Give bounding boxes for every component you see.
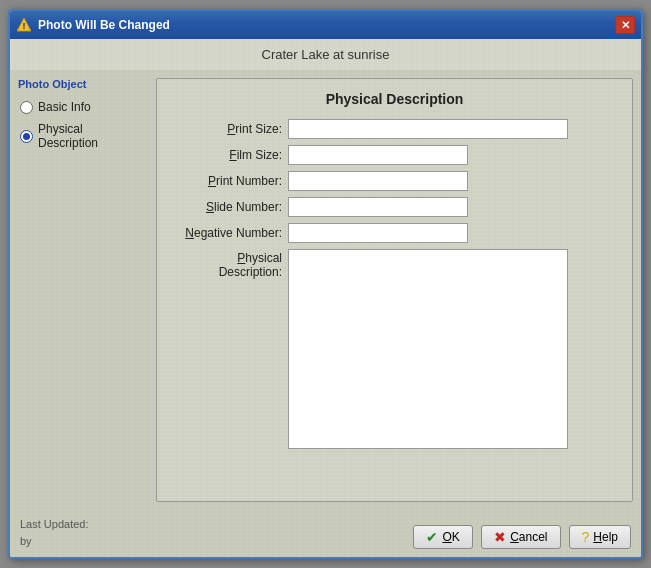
bottom-area: Last Updated: by ✔ OK ✖ Cancel ? Help <box>10 510 641 557</box>
print-size-row: Print Size: <box>173 119 616 139</box>
sidebar-title: Photo Object <box>18 78 148 90</box>
radio-basic-info[interactable] <box>20 101 33 114</box>
cancel-icon: ✖ <box>494 529 506 545</box>
photo-title: Crater Lake at sunrise <box>10 39 641 70</box>
warning-icon: ! <box>16 17 32 33</box>
form-panel-title: Physical Description <box>173 91 616 107</box>
ok-icon: ✔ <box>426 529 438 545</box>
negative-number-label: Negative Number: <box>173 226 288 240</box>
cancel-label: Cancel <box>510 530 547 544</box>
print-number-label: Print Number: <box>173 174 288 188</box>
help-label: Help <box>593 530 618 544</box>
nav-item-physical-description[interactable]: Physical Description <box>18 120 148 152</box>
physical-description-label: Physical Description: <box>173 249 288 279</box>
film-size-row: Film Size: <box>173 145 616 165</box>
help-button[interactable]: ? Help <box>569 525 631 549</box>
svg-text:!: ! <box>23 21 26 31</box>
physical-description-textarea[interactable] <box>288 249 568 449</box>
negative-number-input[interactable] <box>288 223 468 243</box>
print-number-input[interactable] <box>288 171 468 191</box>
negative-number-row: Negative Number: <box>173 223 616 243</box>
close-button[interactable]: ✕ <box>615 16 635 34</box>
form-panel: Physical Description Print Size: Film Si… <box>156 78 633 502</box>
film-size-label: Film Size: <box>173 148 288 162</box>
last-updated-line1: Last Updated: <box>20 516 89 533</box>
slide-number-input[interactable] <box>288 197 468 217</box>
sidebar: Photo Object Basic Info Physical Descrip… <box>18 78 148 502</box>
print-size-input[interactable] <box>288 119 568 139</box>
ok-button[interactable]: ✔ OK <box>413 525 473 549</box>
button-row: ✔ OK ✖ Cancel ? Help <box>413 525 631 549</box>
film-size-input[interactable] <box>288 145 468 165</box>
print-size-label: Print Size: <box>173 122 288 136</box>
main-content: Photo Object Basic Info Physical Descrip… <box>10 70 641 510</box>
main-window: ! Photo Will Be Changed ✕ Crater Lake at… <box>8 9 643 559</box>
nav-item-basic-info[interactable]: Basic Info <box>18 98 148 116</box>
print-number-row: Print Number: <box>173 171 616 191</box>
slide-number-row: Slide Number: <box>173 197 616 217</box>
title-bar: ! Photo Will Be Changed ✕ <box>10 11 641 39</box>
cancel-button[interactable]: ✖ Cancel <box>481 525 560 549</box>
nav-label-physical-description: Physical Description <box>38 122 146 150</box>
last-updated: Last Updated: by <box>20 516 89 549</box>
help-icon: ? <box>582 529 590 545</box>
physical-description-row: Physical Description: <box>173 249 616 449</box>
window-body: Crater Lake at sunrise Photo Object Basi… <box>10 39 641 557</box>
nav-label-basic-info: Basic Info <box>38 100 91 114</box>
window-title: Photo Will Be Changed <box>38 18 615 32</box>
slide-number-label: Slide Number: <box>173 200 288 214</box>
ok-label: OK <box>442 530 459 544</box>
last-updated-line2: by <box>20 533 89 550</box>
radio-physical-description[interactable] <box>20 130 33 143</box>
window-controls: ✕ <box>615 16 635 34</box>
